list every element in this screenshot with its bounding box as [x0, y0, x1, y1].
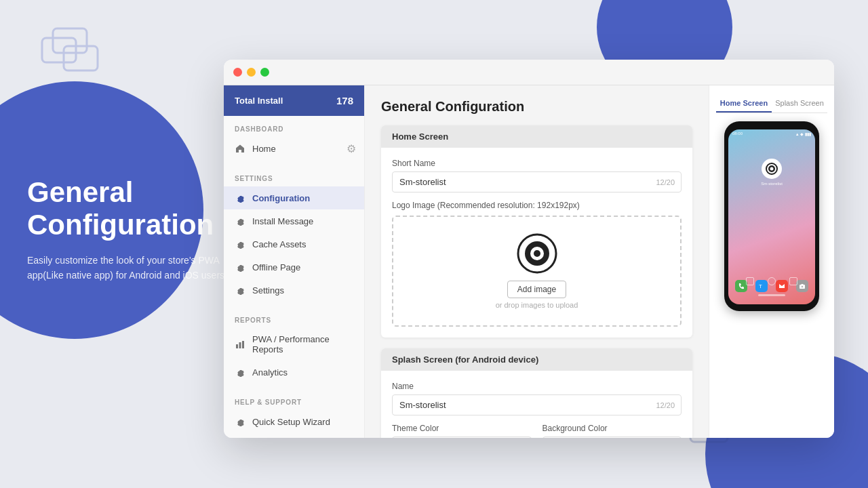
bg-icon-top-left — [41, 27, 115, 88]
left-panel-text: General Configuration Easily customize t… — [27, 176, 231, 283]
configuration-icon — [235, 192, 245, 203]
sidebar-item-settings[interactable]: Settings — [224, 279, 364, 302]
section-help: HELP & SUPPORT — [224, 389, 364, 410]
short-name-input[interactable] — [392, 171, 682, 192]
sidebar: Total Install 178 DASHBOARD Home ⚙ SETTI… — [224, 85, 365, 438]
total-install-label: Total Install — [235, 96, 283, 106]
wizard-icon — [235, 416, 245, 427]
sidebar-item-cache-assets[interactable]: Cache Assets — [224, 232, 364, 256]
drop-hint: or drop images to upload — [410, 301, 664, 309]
phone-screen: 08:00 ▲ ◆ ▮▮▮ Sm-storelist — [728, 129, 815, 304]
svg-rect-0 — [42, 38, 76, 62]
sidebar-item-quick-setup[interactable]: Quick Setup Wizard — [224, 410, 364, 433]
minimize-button[interactable] — [247, 68, 256, 77]
total-install-count: 178 — [336, 95, 353, 106]
tab-home-screen[interactable]: Home Screen — [716, 95, 772, 113]
gear-icon: ⚙ — [347, 142, 356, 155]
total-install-header: Total Install 178 — [224, 85, 364, 116]
left-heading: General Configuration — [27, 176, 231, 242]
splash-name-input[interactable] — [392, 394, 682, 415]
maximize-button[interactable] — [260, 68, 269, 77]
page-title: General Configuration — [381, 99, 692, 115]
home-label: Home — [252, 144, 276, 154]
theme-color-label: Theme Color — [392, 424, 532, 433]
svg-point-19 — [534, 250, 540, 257]
sidebar-item-home[interactable]: Home ⚙ — [224, 137, 364, 160]
settings-icon — [235, 285, 245, 296]
svg-point-22 — [770, 167, 774, 171]
pwa-reports-label: PWA / Performance Reports — [252, 334, 353, 354]
sidebar-item-pwa-reports[interactable]: PWA / Performance Reports — [224, 328, 364, 361]
section-reports: REPORTS — [224, 307, 364, 328]
title-bar — [224, 60, 834, 85]
configuration-label: Configuration — [252, 193, 310, 203]
cache-assets-icon — [235, 239, 245, 249]
nav-back — [746, 277, 754, 285]
home-screen-card: Home Screen Short Name 12/20 Logo Image … — [381, 125, 692, 338]
phone-app-icon — [762, 159, 782, 179]
main-content: General Configuration Home Screen Short … — [365, 85, 709, 438]
phone-app-label: Sm-storelist — [728, 182, 815, 186]
short-name-label: Short Name — [392, 159, 682, 168]
theme-color-input[interactable]: #8E858F — [392, 436, 532, 438]
phone-home-bar — [758, 294, 785, 296]
main-window: Total Install 178 DASHBOARD Home ⚙ SETTI… — [224, 60, 834, 438]
quick-setup-label: Quick Setup Wizard — [252, 417, 330, 427]
bg-color-group: Background Color #000000 — [542, 424, 682, 438]
splash-screen-header: Splash Screen (for Android device) — [381, 348, 692, 371]
sidebar-item-faqs[interactable]: FAQs — [224, 433, 364, 438]
splash-name-wrapper: 12/20 — [392, 394, 682, 415]
cache-assets-label: Cache Assets — [252, 239, 307, 249]
home-screen-body: Short Name 12/20 Logo Image (Recommended… — [381, 148, 692, 338]
close-button[interactable] — [233, 68, 242, 77]
offline-page-icon — [235, 262, 245, 272]
home-icon — [235, 143, 245, 154]
bg-color-label: Background Color — [542, 424, 682, 433]
splash-screen-card: Splash Screen (for Android device) Name … — [381, 348, 692, 438]
logo-upload-area[interactable]: Add image or drop images to upload — [392, 216, 682, 327]
svg-rect-13 — [242, 341, 244, 348]
preview-tabs: Home Screen Splash Screen — [716, 95, 827, 113]
theme-color-group: Theme Color #8E858F — [392, 424, 532, 438]
short-name-wrapper: 12/20 — [392, 171, 682, 192]
svg-point-25 — [802, 286, 804, 288]
window-body: Total Install 178 DASHBOARD Home ⚙ SETTI… — [224, 85, 834, 438]
traffic-lights — [233, 68, 269, 77]
sidebar-item-offline-page[interactable]: Offline Page — [224, 256, 364, 279]
nav-recents — [789, 277, 797, 285]
phone-mockup: 08:00 ▲ ◆ ▮▮▮ Sm-storelist — [724, 121, 819, 311]
upload-logo-icon — [517, 233, 557, 274]
section-dashboard: DASHBOARD — [224, 116, 364, 137]
install-message-icon — [235, 216, 245, 226]
add-image-button[interactable]: Add image — [507, 281, 566, 298]
splash-name-char-count: 12/20 — [656, 401, 675, 409]
phone-status-bar: 08:00 ▲ ◆ ▮▮▮ — [728, 129, 815, 138]
install-message-label: Install Message — [252, 216, 313, 226]
sidebar-item-configuration[interactable]: Configuration — [224, 186, 364, 209]
nav-home — [768, 277, 776, 285]
preview-panel: Home Screen Splash Screen 08:00 ▲ ◆ ▮▮▮ — [709, 85, 834, 438]
settings-label: Settings — [252, 285, 284, 296]
section-settings: SETTINGS — [224, 165, 364, 186]
sidebar-item-install-message[interactable]: Install Message — [224, 209, 364, 232]
svg-rect-2 — [64, 46, 98, 70]
phone-time: 08:00 — [732, 131, 743, 136]
analytics-label: Analytics — [252, 367, 288, 378]
phone-app-area: Sm-storelist — [728, 159, 815, 186]
svg-rect-12 — [239, 342, 241, 348]
offline-page-label: Offline Page — [252, 262, 300, 272]
home-screen-header: Home Screen — [381, 125, 692, 148]
chart-icon — [235, 339, 245, 350]
svg-rect-11 — [236, 344, 238, 348]
bg-color-input[interactable]: #000000 — [542, 436, 682, 438]
phone-nav-bar — [728, 277, 815, 285]
left-body: Easily customize the look of your store'… — [27, 253, 231, 283]
logo-image-label: Logo Image (Recommended resolution: 192x… — [392, 201, 682, 210]
splash-screen-body: Name 12/20 Theme Color #8E858F — [381, 371, 692, 438]
tab-splash-screen[interactable]: Splash Screen — [772, 95, 827, 113]
phone-signals: ▲ ◆ ▮▮▮ — [795, 131, 811, 136]
splash-name-label: Name — [392, 382, 682, 391]
svg-rect-1 — [53, 28, 87, 53]
sidebar-item-analytics[interactable]: Analytics — [224, 361, 364, 384]
analytics-icon — [235, 367, 245, 378]
